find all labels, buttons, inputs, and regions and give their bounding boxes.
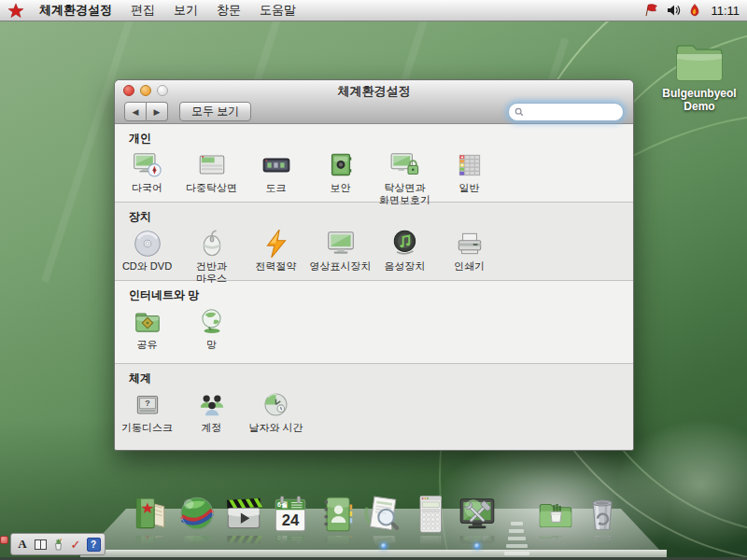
pref-mouse[interactable]: 건반과 마우스 xyxy=(179,227,244,285)
calculator-icon xyxy=(409,493,452,536)
forward-button[interactable]: ▶ xyxy=(147,102,168,121)
general-icon xyxy=(454,149,486,181)
menu-app[interactable]: 체계환경설정 xyxy=(30,0,121,21)
search-field[interactable] xyxy=(508,103,624,121)
pref-label: 음성장치 xyxy=(373,260,437,273)
utilities-folder-icon xyxy=(534,493,577,536)
pref-security[interactable]: 보안 xyxy=(308,148,373,206)
pref-label: 다국어 xyxy=(115,182,179,194)
pref-display[interactable]: 영상표시장치 xyxy=(308,227,373,285)
pref-desktops[interactable]: 다중탁상면 xyxy=(179,148,244,206)
section-title: 개인 xyxy=(115,124,633,148)
dock-separator xyxy=(502,507,530,550)
dock-address-book[interactable] xyxy=(316,493,359,550)
dock-calculator[interactable] xyxy=(409,493,452,550)
pref-label: 영상표시장치 xyxy=(308,260,373,273)
cd-icon xyxy=(132,228,163,259)
clock[interactable]: 11:11 xyxy=(709,4,740,18)
flame-icon[interactable] xyxy=(687,3,702,18)
pref-label: 탁상면과 화면보호기 xyxy=(373,182,437,206)
printer-icon xyxy=(454,228,486,259)
pref-printer[interactable]: 인쇄기 xyxy=(437,227,501,285)
accounts-icon xyxy=(196,389,228,421)
calendar-icon: 6월24 xyxy=(269,493,312,536)
mini-toolbar-handle[interactable] xyxy=(0,536,8,544)
dock-reflection xyxy=(534,536,577,550)
desktop-folder[interactable]: Bulgeunbyeol Demo xyxy=(661,39,738,114)
desktop-folder-label: Bulgeunbyeol Demo xyxy=(661,88,738,114)
menu-edit[interactable]: 편집 xyxy=(121,0,164,21)
file-manager-icon xyxy=(129,493,172,536)
network-icon xyxy=(196,306,228,338)
mini-help-tool[interactable]: ? xyxy=(86,537,101,552)
pref-startupdisk[interactable]: ?기동디스크 xyxy=(115,388,179,434)
pref-label: 망 xyxy=(179,339,244,351)
dock-media-player[interactable] xyxy=(222,493,265,550)
pref-label: 일반 xyxy=(437,182,501,194)
mini-text-tool[interactable]: A xyxy=(15,537,30,552)
section-2: 인터네트와 망공유망 xyxy=(115,281,633,364)
pref-dock[interactable]: 도크 xyxy=(244,148,308,206)
status-area: 11:11 xyxy=(644,3,747,18)
dock-reflection xyxy=(129,536,172,550)
dock-reflection xyxy=(581,536,624,550)
running-indicator xyxy=(381,543,387,549)
mini-check-tool[interactable]: ✓ xyxy=(68,537,83,552)
search-icon xyxy=(514,107,524,117)
menu-window[interactable]: 창문 xyxy=(207,0,250,21)
svg-text:?: ? xyxy=(145,399,150,408)
sharing-icon xyxy=(132,306,163,338)
dock-web-browser[interactable] xyxy=(176,493,218,550)
system-tools-icon xyxy=(456,493,499,536)
dock-trash[interactable] xyxy=(581,493,624,550)
mini-window-tool[interactable] xyxy=(33,537,48,552)
dock: 6월246월24 xyxy=(129,493,624,550)
pref-datetime[interactable]: 날자와 시간 xyxy=(244,388,308,434)
show-all-button[interactable]: 모두 보기 xyxy=(179,102,251,121)
section-1: 장치CD와 DVD건반과 마우스전력절약영상표시장치음성장치인쇄기 xyxy=(115,203,633,281)
pref-screensaver[interactable]: 탁상면과 화면보호기 xyxy=(373,148,437,206)
pref-label: 건반과 마우스 xyxy=(179,260,244,285)
window-header[interactable]: 체계환경설정 ◀ ▶ 모두 보기 xyxy=(115,80,633,124)
pref-language[interactable]: 다국어 xyxy=(115,148,179,206)
trash-icon xyxy=(581,493,624,536)
pref-cd[interactable]: CD와 DVD xyxy=(115,227,179,285)
system-preferences-window: 체계환경설정 ◀ ▶ 모두 보기 개인다국어다중탁상면도크보안탁상면과 화면 xyxy=(114,79,634,451)
pref-label: 전력절약 xyxy=(244,260,308,273)
dock-document-viewer[interactable] xyxy=(362,493,405,550)
web-browser-icon xyxy=(176,493,218,536)
dock-file-manager[interactable] xyxy=(129,493,172,550)
speaker-icon[interactable] xyxy=(666,3,681,18)
security-icon xyxy=(325,149,357,181)
pref-label: 도크 xyxy=(244,182,308,194)
menu-view[interactable]: 보기 xyxy=(164,0,207,21)
dock-calendar[interactable]: 6월246월24 xyxy=(269,493,312,550)
dock-reflection xyxy=(316,536,359,550)
dock-reflection xyxy=(222,536,265,550)
menu-bar: 체계환경설정편집보기창문도움말 11:11 xyxy=(0,0,747,21)
startupdisk-icon: ? xyxy=(132,389,163,421)
desktops-icon xyxy=(196,149,228,181)
pref-label: 날자와 시간 xyxy=(244,422,308,434)
pref-label: 보안 xyxy=(308,182,373,194)
pref-network[interactable]: 망 xyxy=(179,305,244,351)
svg-text:24: 24 xyxy=(282,511,300,529)
search-input[interactable] xyxy=(524,106,602,118)
mini-toolbar: A✓? xyxy=(10,533,106,555)
mini-pencil-cup-tool[interactable] xyxy=(50,537,65,552)
dock-system-tools[interactable] xyxy=(456,493,499,550)
pref-accounts[interactable]: 계정 xyxy=(179,388,244,434)
section-row: 다국어다중탁상면도크보안탁상면과 화면보호기일반 xyxy=(115,148,633,206)
dock-utilities-folder[interactable] xyxy=(534,493,577,550)
back-button[interactable]: ◀ xyxy=(124,102,147,121)
red-star-icon[interactable] xyxy=(7,3,24,18)
preferences-content: 개인다국어다중탁상면도크보안탁상면과 화면보호기일반장치CD와 DVD건반과 마… xyxy=(115,124,633,451)
menu-help[interactable]: 도움말 xyxy=(250,0,305,21)
display-icon xyxy=(325,228,357,259)
pref-general[interactable]: 일반 xyxy=(437,148,501,206)
running-indicator xyxy=(474,543,480,549)
flag-icon[interactable] xyxy=(644,3,659,18)
pref-sound[interactable]: 음성장치 xyxy=(373,227,437,285)
pref-sharing[interactable]: 공유 xyxy=(115,305,179,351)
pref-energy[interactable]: 전력절약 xyxy=(244,227,308,285)
